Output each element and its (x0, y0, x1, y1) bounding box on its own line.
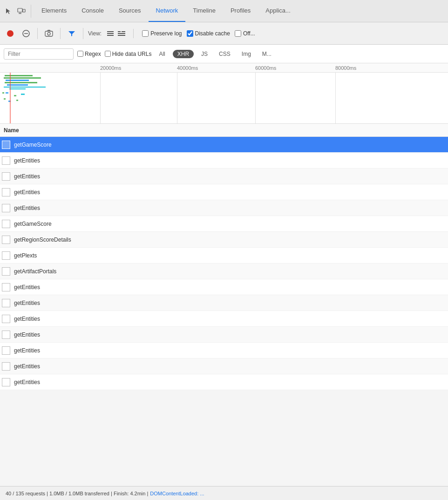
offline-group: Off... (235, 30, 255, 37)
svg-rect-23 (2, 92, 4, 94)
row-name: getArtifactPortals (14, 268, 56, 275)
svg-rect-25 (14, 95, 16, 96)
record-button[interactable] (4, 27, 17, 40)
row-checkbox[interactable] (2, 204, 10, 212)
list-item[interactable]: getEntities (0, 153, 448, 169)
preserve-log-label[interactable]: Preserve log (150, 30, 182, 37)
toolbar-divider-1 (37, 28, 38, 39)
disable-cache-label[interactable]: Disable cache (195, 30, 230, 37)
list-item[interactable]: getArtifactPortals (0, 264, 448, 279)
row-checkbox[interactable] (2, 315, 10, 323)
svg-rect-12 (118, 31, 121, 32)
hide-data-checkbox[interactable] (105, 51, 111, 57)
cursor-icon[interactable] (2, 5, 15, 18)
preserve-log-checkbox[interactable] (142, 30, 149, 37)
filter-input[interactable] (4, 48, 74, 60)
list-item[interactable]: getEntities (0, 169, 448, 184)
list-view-icon[interactable] (105, 28, 115, 39)
row-name: getEntities (14, 379, 40, 385)
svg-rect-17 (4, 77, 41, 79)
regex-checkbox[interactable] (77, 51, 83, 57)
list-item[interactable]: getEntities (0, 200, 448, 216)
list-item[interactable]: getEntities (0, 358, 448, 374)
device-icon[interactable] (15, 5, 28, 18)
row-checkbox[interactable] (2, 220, 10, 228)
list-item[interactable]: getEntities (0, 374, 448, 390)
disable-cache-checkbox[interactable] (187, 30, 193, 37)
svg-rect-14 (118, 35, 125, 36)
svg-rect-24 (6, 92, 8, 94)
regex-label[interactable]: Regex (85, 51, 101, 57)
list-item[interactable]: getEntities (0, 311, 448, 327)
filter-type-css[interactable]: CSS (215, 50, 234, 58)
row-checkbox[interactable] (2, 362, 10, 371)
svg-rect-18 (6, 80, 29, 81)
tab-console[interactable]: Console (74, 0, 111, 22)
list-item[interactable]: getPlexts (0, 248, 448, 264)
list-item[interactable]: getRegionScoreDetails (0, 232, 448, 248)
network-list: getGameScoregetEntitiesgetEntitiesgetEnt… (0, 137, 448, 390)
tab-elements[interactable]: Elements (34, 0, 74, 22)
row-checkbox[interactable] (2, 346, 10, 355)
svg-rect-7 (45, 31, 53, 36)
row-checkbox[interactable] (2, 267, 10, 276)
row-checkbox[interactable] (2, 236, 10, 244)
network-list-header: Name (0, 124, 448, 137)
filter-button[interactable] (65, 27, 78, 40)
clear-button[interactable] (20, 27, 33, 40)
list-item[interactable]: getEntities (0, 279, 448, 295)
tab-sources[interactable]: Sources (111, 0, 149, 22)
tab-application[interactable]: Applica... (258, 0, 298, 22)
list-item[interactable]: getGameScore (0, 137, 448, 153)
row-name: getEntities (14, 347, 40, 354)
regex-group: Regex (77, 51, 101, 57)
list-item[interactable]: getEntities (0, 295, 448, 311)
tab-profiles[interactable]: Profiles (223, 0, 258, 22)
svg-rect-0 (18, 8, 22, 12)
detail-view-icon[interactable] (116, 28, 127, 39)
row-name: getEntities (14, 363, 40, 370)
row-checkbox[interactable] (2, 378, 10, 386)
ruler-20000: 20000ms (100, 65, 121, 71)
svg-rect-15 (122, 31, 125, 32)
filter-type-js[interactable]: JS (197, 50, 211, 58)
filter-type-more[interactable]: M... (258, 50, 275, 58)
row-name: getEntities (14, 316, 40, 322)
offline-checkbox[interactable] (235, 30, 241, 37)
tab-timeline[interactable]: Timeline (185, 0, 223, 22)
row-checkbox[interactable] (2, 251, 10, 260)
svg-rect-22 (9, 88, 26, 89)
row-checkbox[interactable] (2, 299, 10, 307)
dom-content-loaded-link[interactable]: DOMContentLoaded: ... (150, 491, 204, 496)
view-label: View: (88, 30, 102, 37)
list-item[interactable]: getEntities (0, 343, 448, 358)
svg-point-4 (7, 30, 14, 37)
offline-label[interactable]: Off... (243, 30, 255, 37)
row-checkbox[interactable] (2, 188, 10, 196)
tab-divider (31, 5, 31, 18)
ruler-80000: 80000ms (335, 65, 356, 71)
row-name: getEntities (14, 331, 40, 338)
tab-network[interactable]: Network (149, 0, 186, 22)
row-name: getRegionScoreDetails (14, 236, 71, 243)
camera-button[interactable] (42, 27, 55, 40)
status-text: 40 / 135 requests | 1.0MB / 1.0MB transf… (6, 491, 148, 496)
svg-point-8 (48, 32, 50, 35)
row-checkbox[interactable] (2, 283, 10, 291)
ruler-40000: 40000ms (177, 65, 198, 71)
filter-type-xhr[interactable]: XHR (173, 50, 194, 58)
row-name: getEntities (14, 173, 40, 180)
list-item[interactable]: getEntities (0, 184, 448, 200)
list-item[interactable]: getGameScore (0, 216, 448, 232)
filter-type-img[interactable]: Img (238, 50, 255, 58)
row-name: getEntities (14, 189, 40, 196)
filter-type-all[interactable]: All (155, 50, 169, 58)
hide-data-label[interactable]: Hide data URLs (112, 51, 152, 57)
toolbar-separator (133, 29, 134, 38)
row-checkbox[interactable] (2, 141, 10, 149)
row-checkbox[interactable] (2, 172, 10, 181)
row-checkbox[interactable] (2, 156, 10, 165)
list-item[interactable]: getEntities (0, 327, 448, 343)
row-name: getPlexts (14, 252, 37, 259)
row-checkbox[interactable] (2, 331, 10, 339)
